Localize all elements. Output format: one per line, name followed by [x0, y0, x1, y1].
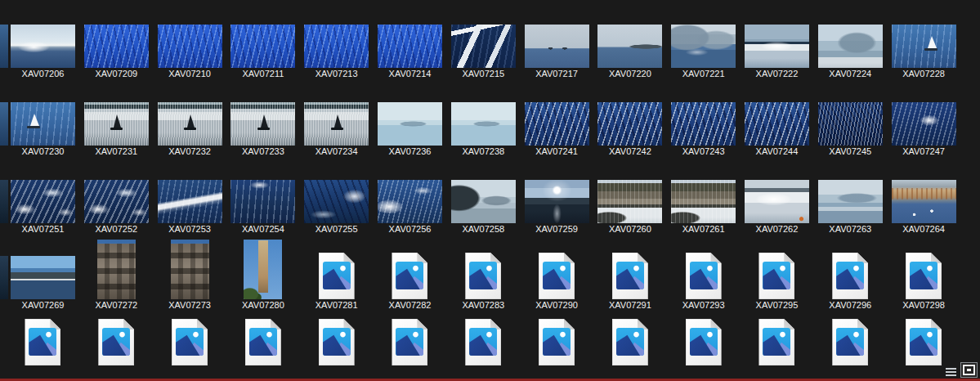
image-glyph — [469, 262, 497, 289]
file-name-label: XAV07283 — [462, 299, 504, 312]
file-item[interactable]: XAV07247 — [887, 102, 960, 159]
file-item[interactable]: XAV07233 — [226, 102, 300, 159]
file-item[interactable]: XAV07281 — [300, 240, 374, 312]
file-name-label: XAV07234 — [315, 146, 358, 159]
file-item[interactable]: XAV07221 — [667, 25, 741, 81]
file-item[interactable]: XAV07291 — [593, 240, 667, 312]
file-item[interactable]: XAV07261 — [667, 180, 741, 236]
file-name-label: XAV07209 — [95, 68, 137, 81]
file-item[interactable] — [520, 319, 593, 365]
file-item[interactable]: XAV07231 — [79, 102, 153, 159]
file-item[interactable]: XAV07255 — [300, 180, 374, 236]
photo-thumbnail — [597, 180, 662, 223]
file-item[interactable]: XAV07254 — [226, 180, 300, 236]
file-item[interactable]: XAV07238 — [446, 102, 520, 159]
photo-thumbnail — [745, 180, 809, 223]
file-item[interactable]: XAV07234 — [300, 102, 374, 159]
file-item[interactable]: XAV07259 — [520, 180, 593, 236]
file-item[interactable]: XAV07224 — [813, 25, 887, 81]
file-item[interactable]: XAV07210 — [153, 25, 226, 81]
file-item[interactable]: XAV07217 — [520, 25, 593, 81]
file-item[interactable]: XAV07245 — [813, 102, 887, 159]
file-name-label: XAV07298 — [902, 299, 945, 312]
photo-thumbnail — [158, 25, 222, 68]
file-name-label: XAV07264 — [902, 223, 945, 236]
file-item[interactable] — [446, 319, 520, 365]
photo-thumbnail — [304, 180, 369, 223]
file-item[interactable]: XAV07283 — [446, 240, 520, 312]
photo-thumbnail — [451, 25, 516, 68]
image-file-icon — [758, 319, 794, 365]
file-item[interactable]: XAV07263 — [813, 180, 887, 236]
file-item[interactable]: XAV07295 — [741, 240, 814, 312]
file-item[interactable]: XAV07209 — [79, 25, 153, 81]
file-item[interactable]: XAV07262 — [741, 180, 814, 236]
file-item[interactable] — [300, 319, 374, 365]
file-name-label: XAV07220 — [609, 68, 651, 81]
file-item[interactable] — [153, 319, 226, 365]
image-glyph — [690, 262, 718, 289]
image-file-icon — [392, 319, 427, 365]
image-glyph — [249, 328, 277, 356]
file-item[interactable]: XAV07293 — [667, 240, 741, 312]
file-item[interactable]: XAV07258 — [446, 180, 520, 236]
photo-thumbnail — [84, 102, 149, 146]
photo-thumbnail — [451, 102, 516, 146]
file-item[interactable] — [593, 319, 667, 365]
file-item[interactable]: XAV07241 — [520, 102, 593, 159]
file-item[interactable]: XAV07251 — [7, 180, 80, 236]
file-name-label: XAV07263 — [829, 223, 871, 236]
file-name-label: XAV07280 — [242, 299, 284, 312]
file-item[interactable]: XAV07236 — [374, 102, 447, 159]
file-item[interactable]: XAV07269 — [7, 240, 80, 312]
photo-thumbnail — [171, 240, 209, 299]
file-item[interactable]: XAV07273 — [153, 240, 226, 312]
file-item[interactable] — [374, 319, 447, 365]
file-item[interactable] — [667, 319, 741, 365]
file-item[interactable]: XAV07264 — [887, 180, 960, 236]
file-item[interactable]: XAV07253 — [153, 180, 226, 236]
photo-thumbnail — [304, 102, 369, 146]
file-item[interactable] — [741, 319, 814, 365]
image-file-icon — [539, 253, 575, 299]
file-name-label: XAV07261 — [682, 223, 725, 236]
file-item[interactable]: XAV07220 — [593, 25, 667, 81]
file-item[interactable]: XAV07244 — [741, 102, 814, 159]
file-item[interactable]: XAV07280 — [226, 240, 300, 312]
file-item[interactable]: XAV07282 — [374, 240, 447, 312]
photo-thumbnail — [84, 180, 149, 223]
thumbnails-view-button[interactable] — [960, 362, 978, 378]
file-item[interactable]: XAV07272 — [79, 240, 153, 312]
file-item[interactable] — [813, 319, 887, 365]
file-item[interactable] — [7, 319, 80, 365]
file-item[interactable]: XAV07252 — [79, 180, 153, 236]
image-glyph — [763, 328, 790, 356]
file-item[interactable]: XAV07256 — [374, 180, 447, 236]
file-item[interactable] — [79, 319, 153, 365]
details-view-button[interactable] — [945, 367, 957, 378]
file-item[interactable]: XAV07215 — [446, 25, 520, 81]
file-item[interactable]: XAV07298 — [887, 240, 960, 312]
file-item[interactable]: XAV07214 — [374, 25, 447, 81]
file-item[interactable]: XAV07290 — [520, 240, 593, 312]
file-item[interactable] — [887, 319, 960, 365]
file-name-label: XAV07217 — [535, 68, 578, 81]
file-item[interactable]: XAV07243 — [667, 102, 741, 159]
file-item[interactable]: XAV07213 — [300, 25, 374, 81]
file-item[interactable]: XAV07260 — [593, 180, 667, 236]
file-item[interactable]: XAV07222 — [741, 25, 814, 81]
file-item[interactable]: XAV07296 — [813, 240, 887, 312]
thumbnail-row — [7, 319, 960, 365]
file-item[interactable]: XAV07206 — [7, 25, 80, 81]
file-item[interactable]: XAV07228 — [887, 25, 960, 81]
file-item[interactable]: XAV07232 — [153, 102, 226, 159]
file-item[interactable] — [226, 319, 300, 365]
image-file-icon — [686, 319, 722, 365]
photo-thumbnail — [745, 102, 809, 146]
photo-thumbnail — [158, 102, 222, 146]
image-file-icon — [686, 253, 722, 299]
image-glyph — [176, 328, 204, 356]
file-item[interactable]: XAV07230 — [7, 102, 80, 159]
file-item[interactable]: XAV07211 — [226, 25, 300, 81]
file-item[interactable]: XAV07242 — [593, 102, 667, 159]
